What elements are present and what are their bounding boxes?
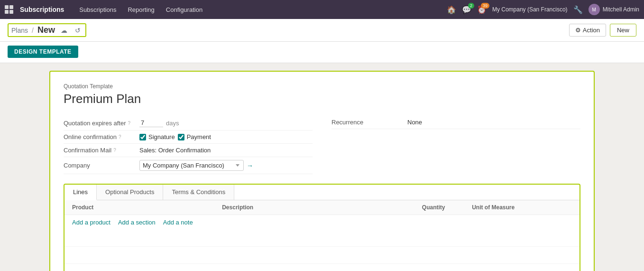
- online-confirmation-label: Online confirmation ?: [64, 133, 139, 140]
- form-title[interactable]: Premium Plan: [64, 92, 580, 106]
- form-left-column: Quotation expires after ? days Online co…: [64, 116, 313, 174]
- chat-badge: 2: [468, 3, 474, 9]
- quotation-expires-label: Quotation expires after ?: [64, 120, 139, 127]
- col-description: Description: [222, 204, 422, 211]
- form-subtitle: Quotation Template: [64, 83, 580, 90]
- confirmation-mail-row: Confirmation Mail ? Sales: Order Confirm…: [64, 144, 313, 157]
- user-name: Mitchell Admin: [603, 6, 639, 13]
- payment-checkbox[interactable]: [178, 134, 184, 140]
- topnav-right: 🏠 💬 2 ⏰ 39 My Company (San Francisco) 🔧 …: [447, 4, 639, 15]
- home-icon[interactable]: 🏠: [447, 5, 456, 14]
- online-confirmation-row: Online confirmation ? Signature Payment: [64, 131, 313, 144]
- confirmation-mail-value: Sales: Order Confirmation: [139, 147, 313, 154]
- tab-terms-conditions[interactable]: Terms & Conditions: [163, 185, 234, 200]
- tabs-area: Lines Optional Products Terms & Conditio…: [64, 184, 580, 271]
- empty-row-1: [64, 230, 580, 247]
- col-product: Product: [72, 204, 222, 211]
- actionbar-right: ⚙ Action New: [569, 24, 636, 37]
- app-name[interactable]: Subscriptions: [20, 6, 64, 13]
- tab-content-lines: Product Description Quantity Unit of Mea…: [64, 200, 580, 271]
- signature-checkbox-label[interactable]: Signature: [139, 133, 175, 140]
- payment-checkbox-label[interactable]: Payment: [178, 133, 211, 140]
- user-menu[interactable]: M Mitchell Admin: [589, 4, 639, 15]
- add-section-link[interactable]: Add a section: [118, 219, 156, 226]
- discard-button[interactable]: ↺: [73, 26, 83, 35]
- add-note-link[interactable]: Add a note: [163, 219, 193, 226]
- company-external-link-icon[interactable]: →: [247, 162, 253, 169]
- gear-icon: ⚙: [575, 27, 581, 34]
- activities-badge: 39: [481, 3, 489, 9]
- confirmation-mail-label: Confirmation Mail ?: [64, 147, 139, 154]
- breadcrumb-separator: /: [32, 27, 34, 34]
- menu-reporting[interactable]: Reporting: [123, 4, 159, 15]
- col-unit-of-measure: Unit of Measure: [472, 204, 572, 211]
- menu-subscriptions[interactable]: Subscriptions: [74, 4, 121, 15]
- action-button[interactable]: ⚙ Action: [569, 24, 606, 37]
- signature-checkbox[interactable]: [139, 134, 146, 140]
- col-quantity: Quantity: [422, 204, 472, 211]
- company-select-wrapper: My Company (San Francisco) →: [139, 160, 313, 171]
- tab-lines[interactable]: Lines: [64, 185, 97, 200]
- chat-icon[interactable]: 💬 2: [462, 5, 471, 14]
- form-fields: Quotation expires after ? days Online co…: [64, 116, 580, 174]
- company-name[interactable]: My Company (San Francisco): [492, 6, 568, 13]
- user-avatar: M: [589, 4, 600, 15]
- new-button[interactable]: New: [610, 24, 636, 37]
- online-confirmation-checkboxes: Signature Payment: [139, 133, 313, 140]
- recurrence-value: None: [407, 119, 580, 126]
- add-product-link[interactable]: Add a product: [72, 219, 110, 226]
- breadcrumb-current: New: [37, 25, 55, 35]
- quotation-expires-input[interactable]: [139, 119, 163, 127]
- quotation-expires-row: Quotation expires after ? days: [64, 116, 313, 131]
- form-right-column: Recurrence None: [331, 116, 580, 174]
- empty-row-3: [64, 264, 580, 271]
- topnav-left: Subscriptions Subscriptions Reporting Co…: [5, 4, 207, 15]
- breadcrumb-parent[interactable]: Plans: [11, 27, 28, 34]
- tools-icon[interactable]: 🔧: [573, 5, 583, 14]
- action-bar: Plans / New ☁ ↺ ⚙ Action New: [0, 19, 644, 42]
- add-links-row: Add a product Add a section Add a note: [64, 215, 580, 230]
- breadcrumb: Plans / New ☁ ↺: [8, 23, 86, 37]
- app-grid-icon[interactable]: [5, 5, 13, 14]
- quotation-expires-unit: days: [166, 120, 179, 127]
- empty-row-2: [64, 247, 580, 264]
- tabs-header: Lines Optional Products Terms & Conditio…: [64, 185, 580, 200]
- main-content: Quotation Template Premium Plan Quotatio…: [0, 63, 644, 271]
- activities-icon[interactable]: ⏰ 39: [477, 5, 487, 14]
- recurrence-label: Recurrence: [331, 119, 407, 126]
- topnav-menu: Subscriptions Reporting Configuration: [74, 4, 207, 15]
- design-template-button[interactable]: DESIGN TEMPLATE: [8, 46, 78, 58]
- quotation-expires-value: days: [139, 119, 313, 127]
- menu-configuration[interactable]: Configuration: [161, 4, 207, 15]
- company-select[interactable]: My Company (San Francisco): [139, 160, 244, 171]
- company-row: Company My Company (San Francisco) →: [64, 157, 313, 174]
- table-header: Product Description Quantity Unit of Mea…: [64, 200, 580, 215]
- save-manually-button[interactable]: ☁: [59, 26, 69, 35]
- form-card: Quotation Template Premium Plan Quotatio…: [49, 71, 595, 271]
- top-navigation: Subscriptions Subscriptions Reporting Co…: [0, 0, 644, 19]
- tab-optional-products[interactable]: Optional Products: [97, 185, 163, 200]
- recurrence-row: Recurrence None: [331, 116, 580, 129]
- company-label: Company: [64, 162, 139, 169]
- design-bar: DESIGN TEMPLATE: [0, 42, 644, 63]
